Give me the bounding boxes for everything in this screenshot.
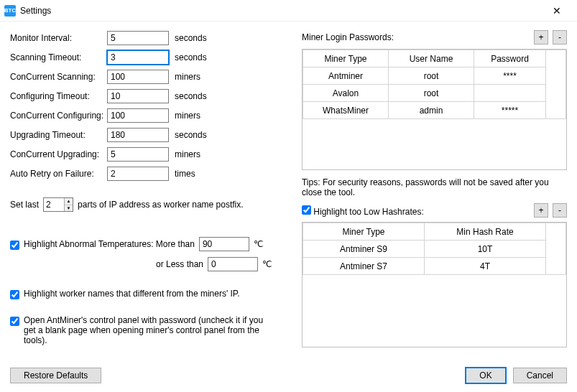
concurrent-upgrading-input[interactable] — [107, 147, 169, 162]
col-password: Password — [474, 50, 546, 67]
concurrent-scanning-input[interactable] — [107, 70, 169, 84]
cell-type: Antminer S7 — [303, 258, 424, 275]
table-row[interactable]: Antminer root **** — [303, 67, 566, 85]
upgrading-timeout-input[interactable] — [107, 128, 169, 142]
password-tip: Tips: For security reasons, passwords wi… — [302, 177, 567, 197]
highlight-worker-label: Highlight worker names that different fr… — [24, 289, 240, 299]
chevron-up-icon[interactable]: ▲ — [65, 198, 73, 205]
concurrent-configuring-label: ConCurrent Configuring: — [10, 111, 107, 121]
col-miner-type: Miner Type — [303, 50, 388, 67]
cell-type: WhatsMiner — [303, 102, 388, 119]
window-title: Settings — [20, 6, 543, 16]
login-table[interactable]: Miner Type User Name Password Antminer r… — [302, 49, 567, 170]
auto-retry-input[interactable] — [107, 167, 169, 181]
highlight-worker-checkbox[interactable] — [10, 290, 19, 299]
scanning-timeout-input[interactable] — [107, 50, 169, 65]
auto-retry-label: Auto Retry on Failure: — [10, 169, 107, 179]
cell-pw: **** — [474, 67, 546, 85]
cell-rate: 10T — [424, 241, 545, 258]
deg-unit-high: ℃ — [254, 239, 263, 249]
setlast-pre-label: Set last — [10, 200, 39, 210]
remove-hashrate-button[interactable]: - — [553, 203, 567, 218]
cell-pw — [474, 85, 546, 102]
highlight-temp-checkbox[interactable] — [10, 241, 19, 250]
table-row[interactable]: WhatsMiner admin ***** — [303, 102, 566, 119]
cancel-button[interactable]: Cancel — [513, 368, 567, 383]
table-row[interactable]: Antminer S9 10T — [303, 241, 566, 258]
restore-defaults-button[interactable]: Restore Defaults — [10, 368, 101, 383]
temp-low-input[interactable] — [208, 257, 258, 271]
cell-user: admin — [388, 102, 474, 119]
configuring-timeout-input[interactable] — [107, 89, 169, 103]
chevron-down-icon[interactable]: ▼ — [65, 205, 73, 212]
ok-button[interactable]: OK — [466, 368, 505, 383]
upgrading-timeout-label: Upgrading Timeout: — [10, 130, 107, 140]
configuring-timeout-unit: seconds — [175, 91, 207, 101]
upgrading-timeout-unit: seconds — [175, 130, 207, 140]
cell-pw: ***** — [474, 102, 546, 119]
highlight-hashrate-checkbox[interactable] — [302, 205, 311, 215]
concurrent-scanning-label: ConCurrent Scanning: — [10, 72, 107, 82]
cell-user: root — [388, 67, 474, 85]
table-row[interactable]: Avalon root — [303, 85, 566, 102]
concurrent-configuring-input[interactable] — [107, 108, 169, 123]
hashrate-table[interactable]: Miner Type Min Hash Rate Antminer S9 10T… — [302, 222, 567, 347]
add-hashrate-button[interactable]: + — [534, 203, 548, 218]
scanning-timeout-label: Scanning Timeout: — [10, 52, 107, 62]
concurrent-scanning-unit: miners — [175, 72, 200, 82]
setlast-input[interactable] — [44, 198, 64, 211]
temp-or-label: or Less than — [10, 259, 203, 269]
monitor-interval-unit: seconds — [175, 33, 207, 43]
app-icon: BTC — [4, 5, 16, 17]
table-scroll-gutter — [546, 223, 566, 275]
concurrent-upgrading-unit: miners — [175, 149, 200, 159]
monitor-interval-label: Monitor Interval: — [10, 33, 107, 43]
scanning-timeout-unit: seconds — [175, 52, 207, 62]
cell-type: Avalon — [303, 85, 388, 102]
col-miner-type: Miner Type — [303, 223, 424, 241]
close-icon[interactable]: ✕ — [543, 5, 571, 17]
cell-rate: 4T — [424, 258, 545, 275]
add-login-button[interactable]: + — [534, 30, 548, 45]
setlast-spinner[interactable]: ▲ ▼ — [43, 197, 73, 212]
concurrent-configuring-unit: miners — [175, 111, 200, 121]
col-user-name: User Name — [388, 50, 474, 67]
concurrent-upgrading-label: ConCurrent Upgrading: — [10, 149, 107, 159]
titlebar: BTC Settings ✕ — [0, 0, 577, 22]
table-scroll-gutter — [546, 50, 566, 119]
highlight-hashrate-label: Highlight too Low Hashrates: — [313, 207, 423, 217]
col-min-hash: Min Hash Rate — [424, 223, 545, 241]
deg-unit-low: ℃ — [262, 259, 272, 269]
cell-type: Antminer — [303, 67, 388, 85]
remove-login-button[interactable]: - — [553, 30, 567, 45]
cell-type: Antminer S9 — [303, 241, 424, 258]
controlpanel-pw-label: Open AntMiner's control panel with passw… — [24, 315, 275, 345]
setlast-post-label: parts of IP address as worker name postf… — [78, 200, 244, 210]
controlpanel-pw-checkbox[interactable] — [10, 317, 19, 326]
auto-retry-unit: times — [175, 169, 195, 179]
highlight-temp-label: Highlight Abnormal Temperatures: More th… — [24, 239, 195, 249]
monitor-interval-input[interactable] — [107, 31, 169, 45]
table-row[interactable]: Antminer S7 4T — [303, 258, 566, 275]
login-passwords-header: Miner Login Passwords: — [302, 32, 394, 42]
temp-high-input[interactable] — [199, 237, 249, 251]
cell-user: root — [388, 85, 474, 102]
configuring-timeout-label: Configuring Timeout: — [10, 91, 107, 101]
